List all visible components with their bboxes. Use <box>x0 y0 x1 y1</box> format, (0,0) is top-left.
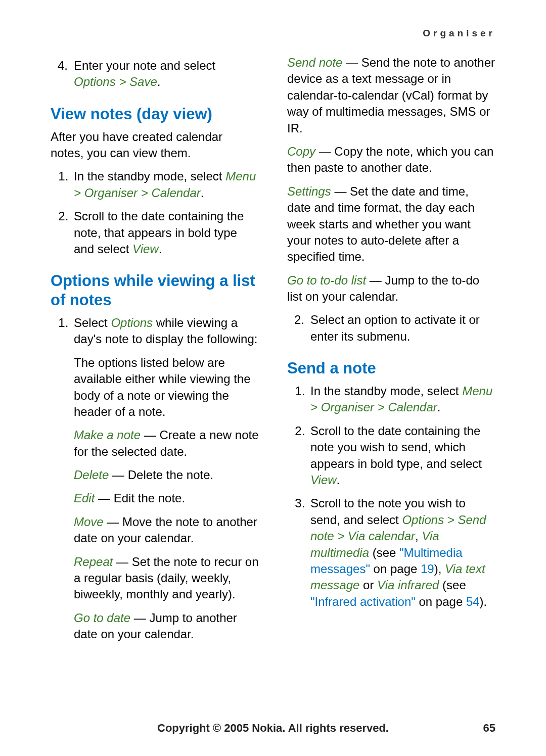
enter-note-list: Enter your note and select Options > Sav… <box>51 58 259 90</box>
option-go-to-todo: Go to to-do list — Jump to the to-do lis… <box>287 272 495 305</box>
cross-ref-page[interactable]: 54 <box>466 595 480 608</box>
send-note-step-2: Scroll to the date containing the note y… <box>308 423 495 489</box>
step-text: . <box>159 242 162 256</box>
option-label: Copy <box>287 145 315 158</box>
option-label: Move <box>74 515 104 529</box>
option-label: Go to to-do list <box>287 273 366 287</box>
step-text: . <box>437 400 441 414</box>
step-text: (see <box>439 578 466 592</box>
menu-command: View <box>310 473 337 487</box>
option-label: Edit <box>74 491 95 505</box>
option-desc: — Edit the note. <box>95 491 185 505</box>
step-text: In the standby mode, select <box>310 384 462 398</box>
option-label: Go to date <box>74 611 130 625</box>
step-text: ), <box>434 562 445 576</box>
content-columns: Enter your note and select Options > Sav… <box>51 55 495 650</box>
option-label: Repeat <box>74 555 113 569</box>
step-text: . <box>337 473 340 487</box>
page-number: 65 <box>483 722 495 735</box>
heading-send-note: Send a note <box>287 359 495 378</box>
option-desc: — Delete the note. <box>109 468 213 482</box>
option-go-to-date: Go to date — Jump to another date on you… <box>74 610 259 643</box>
step-text: ). <box>480 595 487 608</box>
cross-ref-link[interactable]: "Infrared activation" <box>310 595 416 608</box>
option-delete: Delete — Delete the note. <box>74 467 259 483</box>
view-notes-step-2: Scroll to the date containing the note, … <box>72 208 259 257</box>
options-list-steps-cont: Select an option to activate it or enter… <box>287 312 495 345</box>
option-desc: — Copy the note, which you can then past… <box>287 145 493 174</box>
step-text: . <box>201 186 204 200</box>
step-text: . <box>157 75 161 88</box>
options-list-steps: Select Options while viewing a day's not… <box>51 315 259 643</box>
option-label: Delete <box>74 468 109 482</box>
step-text: on page <box>416 595 466 608</box>
options-list-note: The options listed below are available e… <box>74 355 259 420</box>
heading-options-list: Options while viewing a list of notes <box>51 271 259 310</box>
step-text: , <box>415 529 422 543</box>
heading-view-notes: View notes (day view) <box>51 105 259 124</box>
menu-command: View <box>132 242 159 256</box>
column-right: Send note — Send the note to another dev… <box>287 55 495 650</box>
enter-note-step-4: Enter your note and select Options > Sav… <box>51 58 259 90</box>
send-note-step-3: Scroll to the note you wish to send, and… <box>308 495 495 610</box>
option-repeat: Repeat — Set the note to recur on a regu… <box>74 554 259 603</box>
step-text: Select <box>74 316 111 329</box>
option-label: Make a note <box>74 428 141 442</box>
step-text: In the standby mode, select <box>74 169 225 183</box>
step-text: or <box>359 578 377 592</box>
step-text: Enter your note and select <box>74 59 215 72</box>
option-send-note: Send note — Send the note to another dev… <box>287 55 495 136</box>
option-make-a-note: Make a note — Create a new note for the … <box>74 427 259 460</box>
option-edit: Edit — Edit the note. <box>74 490 259 506</box>
running-header: Organiser <box>423 28 495 39</box>
option-label: Send note <box>287 56 342 69</box>
options-list-step-1: Select Options while viewing a day's not… <box>72 315 259 643</box>
column-left: Enter your note and select Options > Sav… <box>51 55 259 650</box>
view-notes-intro: After you have created calendar notes, y… <box>51 129 259 162</box>
step-text: (see <box>369 546 399 559</box>
option-label: Settings <box>287 184 331 198</box>
step-text: on page <box>370 562 421 576</box>
option-copy: Copy — Copy the note, which you can then… <box>287 144 495 176</box>
option-settings: Settings — Set the date and time, date a… <box>287 183 495 265</box>
menu-command: Options <box>111 316 153 329</box>
view-notes-steps: In the standby mode, select Menu > Organ… <box>51 168 259 257</box>
view-notes-step-1: In the standby mode, select Menu > Organ… <box>72 168 259 201</box>
menu-path: Options > Save <box>74 75 157 88</box>
copyright-text: Copyright © 2005 Nokia. All rights reser… <box>51 722 495 735</box>
page: Organiser Enter your note and select Opt… <box>0 0 546 756</box>
send-note-step-1: In the standby mode, select Menu > Organ… <box>308 383 495 416</box>
step-text: Scroll to the date containing the note y… <box>310 424 482 470</box>
send-note-steps: In the standby mode, select Menu > Organ… <box>287 383 495 610</box>
cross-ref-page[interactable]: 19 <box>421 562 434 576</box>
option-move: Move — Move the note to another date on … <box>74 514 259 547</box>
menu-path: Via infrared <box>377 578 439 592</box>
options-list-step-2: Select an option to activate it or enter… <box>287 312 495 345</box>
